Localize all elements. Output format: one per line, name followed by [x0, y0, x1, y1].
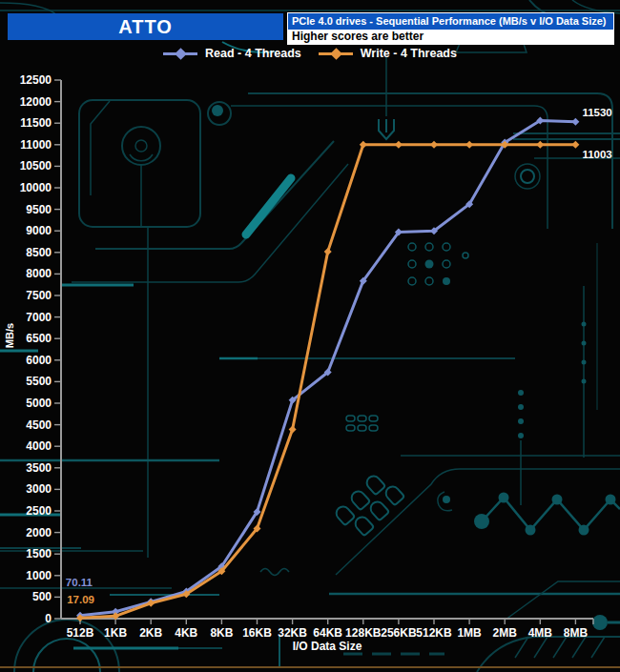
write-data-point-marker [430, 141, 438, 149]
y-tick-label: 12000 [20, 95, 52, 109]
x-tick-label: 32KB [278, 626, 307, 640]
x-tick-label: 1MB [457, 626, 482, 640]
axis-lines [61, 80, 593, 619]
y-tick-label: 1500 [26, 547, 52, 560]
y-tick-label: 8500 [26, 246, 52, 259]
y-tick-label: 500 [32, 590, 52, 603]
read-series-marker-icon [163, 52, 197, 55]
brand-banner: ATTO [8, 13, 283, 40]
legend-label-read: Read - 4 Threads [205, 47, 301, 60]
x-tick-label: 8MB [564, 626, 589, 640]
y-tick-label: 6000 [26, 354, 52, 367]
x-tick-label: 1KB [104, 626, 127, 640]
y-tick-label: 11500 [20, 116, 52, 130]
legend-item-write: Write - 4 Threads [319, 47, 457, 60]
x-tick-label: 256KB [381, 626, 417, 640]
y-tick-label: 7000 [26, 311, 52, 324]
legend-item-read: Read - 4 Threads [163, 47, 301, 60]
y-tick-label: 12500 [20, 73, 52, 87]
y-tick-label: 10500 [20, 159, 52, 173]
read-series-line [80, 120, 575, 615]
y-tick-label: 3500 [26, 461, 52, 475]
y-tick-label: 2000 [26, 526, 52, 540]
write-data-point-marker [395, 141, 403, 149]
y-tick-label: 9500 [26, 203, 52, 216]
x-tick-label: 4KB [175, 626, 197, 640]
y-tick-label: 10000 [20, 181, 52, 194]
y-tick-label: 4000 [26, 439, 52, 453]
chart-title-box: PCIe 4.0 drives - Sequential Performance… [287, 12, 614, 45]
x-tick-label: 2MB [493, 626, 518, 640]
bottom-divider [0, 666, 620, 668]
y-tick-label: 2500 [26, 504, 52, 518]
write-series-line [80, 145, 575, 619]
chart-subtitle: Higher scores are better [288, 30, 613, 44]
write-data-point-marker [536, 141, 544, 149]
data-point-value-label: 17.09 [67, 594, 94, 605]
write-data-point-marker [360, 141, 367, 149]
legend-label-write: Write - 4 Threads [361, 47, 457, 60]
y-tick-label: 7500 [26, 289, 52, 302]
y-tick-label: 9000 [26, 224, 52, 237]
y-tick-label: 5500 [26, 375, 52, 388]
chart-legend: Read - 4 Threads Write - 4 Threads [0, 47, 620, 60]
write-data-point-marker [324, 248, 332, 255]
x-tick-label: 16KB [242, 626, 272, 640]
y-tick-label: 4500 [26, 418, 52, 432]
x-tick-label: 512KB [416, 626, 452, 640]
y-axis-title: MB/s [4, 323, 15, 348]
x-tick-label: 8KB [210, 626, 233, 640]
x-tick-label: 4MB [528, 626, 553, 640]
data-point-value-label: 11003 [582, 149, 611, 160]
y-tick-label: 1000 [26, 569, 52, 582]
write-series-marker-icon [319, 52, 353, 55]
y-tick-label: 5000 [26, 397, 52, 410]
y-tick-label: 3000 [26, 482, 52, 496]
y-tick-label: 6500 [26, 332, 52, 345]
read-data-point-marker [571, 118, 579, 126]
x-axis-title: I/O Data Size [293, 640, 362, 653]
data-point-value-label: 70.11 [66, 577, 93, 588]
y-tick-label: 0 [45, 612, 52, 625]
brand-label: ATTO [118, 16, 173, 38]
chart-title: PCIe 4.0 drives - Sequential Performance… [288, 13, 613, 30]
write-data-point-marker [571, 141, 579, 149]
x-tick-label: 64KB [313, 626, 342, 640]
performance-line-chart: 0500100015002000250030003500400045005000… [0, 0, 620, 672]
write-data-point-marker [465, 141, 473, 149]
write-data-point-marker [289, 426, 297, 434]
x-tick-label: 512B [67, 626, 94, 640]
x-tick-label: 2KB [139, 626, 162, 640]
x-tick-label: 128KB [345, 626, 382, 640]
y-tick-label: 11000 [20, 138, 52, 152]
data-point-value-label: 11530 [582, 107, 611, 118]
y-tick-label: 8000 [26, 267, 52, 280]
